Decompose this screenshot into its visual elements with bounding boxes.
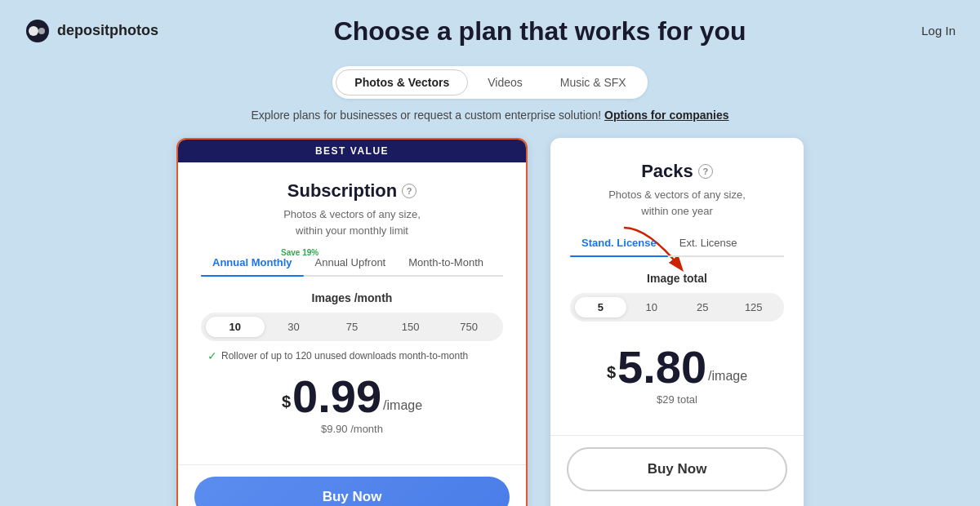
images-slider: 10 30 75 150 750 xyxy=(201,313,503,341)
enterprise-bar: Explore plans for businesses or request … xyxy=(0,109,980,122)
packs-card: Packs ? Photos & vectors of any size,wit… xyxy=(550,138,804,506)
subscription-help-icon[interactable]: ? xyxy=(402,184,416,198)
packs-sub-tabs: Stand. License Ext. License xyxy=(570,232,784,257)
sub-tab-annual-upfront[interactable]: Annual Upfront xyxy=(304,251,398,275)
subscription-price-row: $ 0.99 /image xyxy=(201,374,503,419)
subscription-price-currency: $ xyxy=(282,393,291,411)
sub-tab-annual-monthly[interactable]: Annual Monthly xyxy=(201,251,304,275)
packs-price-total: $29 total xyxy=(570,393,784,406)
rollover-note: ✓ Rollover of up to 120 unused downloads… xyxy=(201,349,503,362)
packs-slider-option-10[interactable]: 10 xyxy=(626,297,678,317)
packs-price-row: $ 5.80 /image xyxy=(570,344,784,390)
subscription-sub-tabs: Save 19% Annual Monthly Annual Upfront M… xyxy=(201,251,503,277)
sub-tab-stand-license[interactable]: Stand. License xyxy=(570,232,668,255)
best-value-banner: BEST VALUE xyxy=(178,140,526,162)
subscription-card: BEST VALUE Subscription ? Photos & vecto… xyxy=(176,138,528,506)
plans-row: BEST VALUE Subscription ? Photos & vecto… xyxy=(0,138,980,506)
login-button[interactable]: Log In xyxy=(921,24,956,38)
svg-point-2 xyxy=(38,28,45,34)
subscription-buy-button[interactable]: Buy Now xyxy=(194,477,510,506)
logo-text: depositphotos xyxy=(57,22,158,39)
images-per-month-label: Images /month xyxy=(201,291,503,304)
subscription-price-monthly: $9.90 /month xyxy=(201,423,503,435)
slider-option-75[interactable]: 75 xyxy=(323,317,381,337)
sub-tab-ext-license[interactable]: Ext. License xyxy=(668,232,749,255)
options-for-companies-link[interactable]: Options for companies xyxy=(604,109,728,122)
subscription-title: Subscription xyxy=(287,180,397,202)
svg-point-1 xyxy=(29,26,38,36)
slider-option-30[interactable]: 30 xyxy=(265,317,323,337)
tab-videos[interactable]: Videos xyxy=(470,69,541,95)
logo-icon xyxy=(24,18,51,44)
subscription-price-unit: /image xyxy=(383,398,422,413)
packs-buy-button[interactable]: Buy Now xyxy=(567,447,787,491)
packs-price-currency: $ xyxy=(607,363,616,382)
slider-option-10[interactable]: 10 xyxy=(206,317,265,337)
packs-help-icon[interactable]: ? xyxy=(698,164,713,179)
slider-option-750[interactable]: 750 xyxy=(439,317,498,337)
subscription-price-main: 0.99 xyxy=(292,374,381,419)
packs-slider-option-25[interactable]: 25 xyxy=(677,297,728,317)
sub-tab-month-to-month[interactable]: Month-to-Month xyxy=(397,251,495,275)
packs-price-unit: /image xyxy=(708,369,747,384)
tab-photos-vectors[interactable]: Photos & Vectors xyxy=(336,69,468,95)
subscription-desc: Photos & vectors of any size,within your… xyxy=(201,206,503,238)
rollover-text: Rollover of up to 120 unused downloads m… xyxy=(221,350,468,362)
category-tabs: Photos & Vectors Videos Music & SFX xyxy=(0,66,980,99)
tab-music-sfx[interactable]: Music & SFX xyxy=(542,69,644,95)
packs-desc: Photos & vectors of any size,within one … xyxy=(570,187,784,219)
check-icon: ✓ xyxy=(207,349,217,362)
slider-option-150[interactable]: 150 xyxy=(381,317,440,337)
packs-slider-option-5[interactable]: 5 xyxy=(575,297,626,317)
page-title: Choose a plan that works for you xyxy=(158,16,921,47)
packs-slider-option-125[interactable]: 125 xyxy=(728,297,780,317)
packs-slider: 5 10 25 125 xyxy=(570,293,784,322)
packs-price-main: 5.80 xyxy=(617,344,706,390)
logo[interactable]: depositphotos xyxy=(24,18,158,44)
packs-title: Packs xyxy=(641,161,693,182)
